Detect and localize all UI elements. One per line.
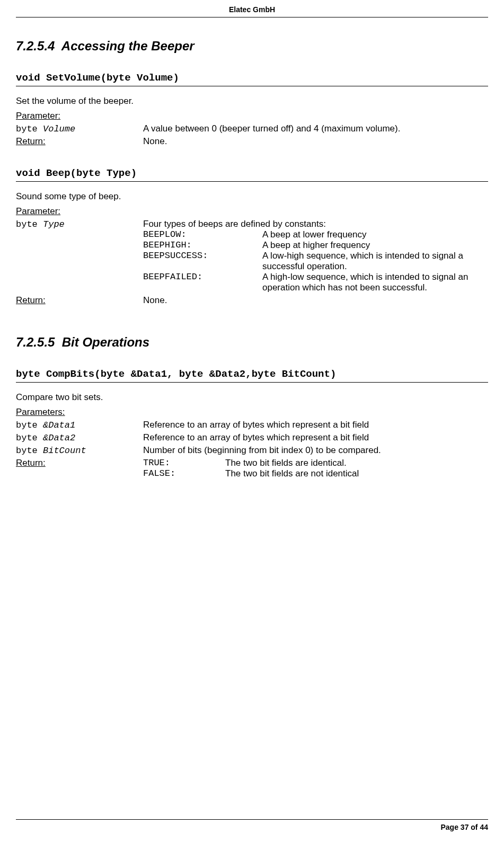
function-signature-setvolume: void SetVolume(byte Volume) xyxy=(16,72,488,86)
constant-beepfailed-key: BEEPFAILED: xyxy=(143,272,262,282)
constant-beepsuccess-key: BEEPSUCCESS: xyxy=(143,251,262,261)
constant-beephigh-key: BEEPHIGH: xyxy=(143,240,262,250)
param-type-name: byte Type xyxy=(16,219,143,229)
function-description: Set the volume of the beeper. xyxy=(16,96,488,107)
parameters-label: Parameters: xyxy=(16,407,65,417)
return-value: None. xyxy=(143,136,488,147)
param-data1-desc: Reference to an array of bytes which rep… xyxy=(143,420,488,430)
section-title-text: Accessing the Beeper xyxy=(61,39,194,53)
function-description: Sound some type of beep. xyxy=(16,191,488,202)
parameter-label: Parameter: xyxy=(16,111,60,121)
param-type-desc: Four types of beeps are defined by const… xyxy=(143,219,488,229)
section-heading-beeper: 7.2.5.4 Accessing the Beeper xyxy=(16,39,488,54)
section-number: 7.2.5.4 xyxy=(16,39,55,53)
return-false-val: The two bit fields are not identical xyxy=(225,468,488,479)
function-signature-beep: void Beep(byte Type) xyxy=(16,167,488,182)
param-data2-desc: Reference to an array of bytes which rep… xyxy=(143,432,488,443)
section-heading-bitops: 7.2.5.5 Bit Operations xyxy=(16,335,488,350)
param-volume-desc: A value between 0 (beeper turned off) an… xyxy=(143,123,488,134)
constant-beeplow-key: BEEPLOW: xyxy=(143,229,262,240)
param-volume-name: byte Volume xyxy=(16,123,143,134)
constant-beepfailed-val: A high-low sequence, which is intended t… xyxy=(262,272,488,293)
page-header: Elatec GmbH xyxy=(16,0,488,17)
param-bitcount-desc: Number of bits (beginning from bit index… xyxy=(143,445,488,456)
param-bitcount-name: byte BitCount xyxy=(16,445,143,456)
function-signature-compbits: byte CompBits(byte &Data1, byte &Data2,b… xyxy=(16,368,488,383)
page-footer: Page 37 of 44 xyxy=(16,819,488,837)
return-label: Return: xyxy=(16,458,46,468)
return-value: None. xyxy=(143,295,488,306)
constant-beepsuccess-val: A low-high sequence, which is intended t… xyxy=(262,251,488,272)
constant-beeplow-val: A beep at lower frequency xyxy=(262,229,488,240)
return-false-key: FALSE: xyxy=(143,468,225,478)
constant-beephigh-val: A beep at higher frequency xyxy=(262,240,488,251)
param-data2-name: byte &Data2 xyxy=(16,432,143,443)
return-label: Return: xyxy=(16,295,46,305)
return-true-val: The two bit fields are identical. xyxy=(225,458,488,468)
return-label: Return: xyxy=(16,136,46,146)
section-number: 7.2.5.5 xyxy=(16,335,55,349)
parameter-label: Parameter: xyxy=(16,206,60,216)
return-true-key: TRUE: xyxy=(143,458,225,468)
param-data1-name: byte &Data1 xyxy=(16,420,143,430)
function-description: Compare two bit sets. xyxy=(16,392,488,403)
section-title-text: Bit Operations xyxy=(62,335,149,349)
